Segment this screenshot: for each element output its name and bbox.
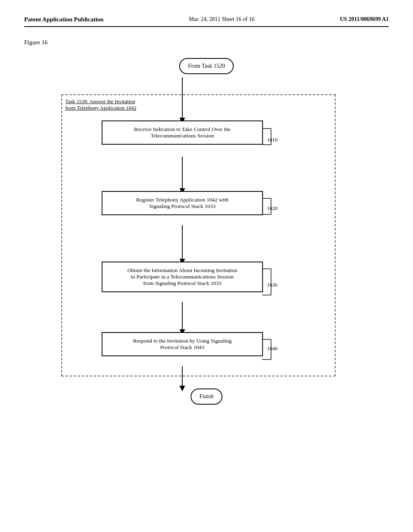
header-publication-label: Patent Application Publication	[24, 16, 104, 23]
box-1610-line2: Telecommunications Session	[109, 133, 256, 139]
from-task-pill: From Task 1520	[179, 58, 234, 74]
from-task-label: From Task 1520	[188, 63, 225, 69]
header-date-sheet: Mar. 24, 2011 Sheet 16 of 16	[189, 16, 254, 23]
ref-1630-text: 1630	[267, 282, 277, 288]
from-task-box: From Task 1520	[179, 58, 234, 74]
task-label-line2: from Telephony Application 1042	[65, 105, 136, 111]
ref-label-1620: 1620	[267, 205, 277, 212]
task-group-label: Task 1530: Answer the Invitation from Te…	[65, 98, 136, 111]
finish-box: Finish	[190, 389, 222, 405]
box-1640-line1: Respond to the Invitation by Using Signa…	[109, 338, 256, 344]
box-1620-container: Register Telephony Application 1042 with…	[102, 191, 263, 215]
box-1610-container: Receive Indication to Take Control Over …	[102, 121, 263, 145]
box-1640: Respond to the Invitation by Using Signa…	[102, 332, 263, 356]
box-1620-line1: Register Telephony Application 1042 with	[109, 197, 256, 203]
ref-label-1640: 1640	[267, 345, 277, 352]
svg-marker-9	[179, 386, 185, 391]
ref-1610-text: 1610	[267, 137, 277, 143]
ref-label-1610: 1610	[267, 137, 277, 143]
box-1630-line3: from Signaling Protocol Stack 1033	[109, 280, 256, 287]
finish-pill: Finish	[190, 389, 222, 405]
ref-label-1630: 1630	[267, 282, 277, 288]
task-label-line1: Task 1530: Answer the Invitation	[65, 98, 136, 105]
box-1640-container: Respond to the Invitation by Using Signa…	[102, 332, 263, 356]
flowchart-diagram: From Task 1520 Task 1530: Answer the Inv…	[61, 58, 352, 421]
box-1630-line2: to Participate in a Telecommunications S…	[109, 274, 256, 280]
box-1610: Receive Indication to Take Control Over …	[102, 121, 263, 145]
box-1620-line2: Signaling Protocol Stack 1033	[109, 203, 256, 210]
page: Patent Application Publication Mar. 24, …	[0, 0, 413, 532]
page-header: Patent Application Publication Mar. 24, …	[24, 16, 389, 27]
box-1630-line1: Obtain the Information About Incoming In…	[109, 267, 256, 274]
ref-1620-text: 1620	[267, 205, 277, 211]
header-patent-number: US 2011/0069699 A1	[340, 16, 389, 23]
box-1610-line1: Receive Indication to Take Control Over …	[109, 126, 256, 133]
ref-1640-text: 1640	[267, 345, 277, 351]
figure-label: Figure 16	[24, 39, 389, 46]
box-1630: Obtain the Information About Incoming In…	[102, 262, 263, 292]
finish-label: Finish	[199, 393, 213, 399]
box-1630-container: Obtain the Information About Incoming In…	[102, 262, 263, 292]
box-1640-line2: Protocol Stack 1043	[109, 344, 256, 351]
box-1620: Register Telephony Application 1042 with…	[102, 191, 263, 215]
diagram-container: From Task 1520 Task 1530: Answer the Inv…	[24, 58, 389, 421]
